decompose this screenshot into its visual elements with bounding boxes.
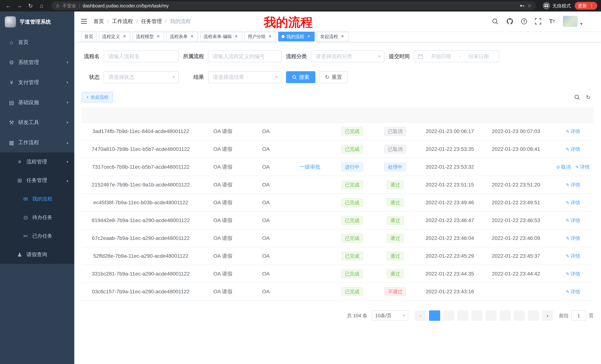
current-task-link[interactable]: 一级审批 [300, 164, 320, 170]
tab[interactable]: 首页 [81, 32, 97, 41]
help-icon[interactable]: ? [521, 18, 527, 24]
detail-action-link[interactable]: ✎详情 [566, 182, 580, 188]
infrastructure-icon: ▤ [7, 99, 16, 106]
browser-update-button[interactable]: 更新 ⋮ [575, 2, 597, 10]
tab[interactable]: 流程定义 × [99, 32, 130, 41]
detail-action-link[interactable]: ✎详情 [566, 200, 580, 205]
tab-label: 流程表单 [170, 34, 188, 39]
font-size-icon[interactable]: TT [549, 18, 555, 24]
url-text[interactable]: dashboard.yudao.iocoder.cn/bpm/task/my [83, 3, 169, 9]
tab[interactable]: 发起流程 × [317, 32, 348, 41]
close-icon[interactable]: × [267, 34, 273, 39]
page-button[interactable] [471, 310, 482, 321]
breadcrumb-item[interactable]: 任务管理 [141, 18, 162, 25]
process-name-input[interactable] [104, 50, 179, 62]
status-select[interactable]: 请选择状态 ▾ [104, 71, 179, 83]
detail-action-link[interactable]: ✎详情 [575, 164, 590, 170]
address-bar[interactable]: ⚠ 不安全 | dashboard.yudao.iocoder.cn/bpm/t… [51, 1, 536, 10]
tab[interactable]: 流程表单 × [166, 32, 198, 41]
bookmark-star-icon[interactable]: ☆ [527, 3, 531, 9]
detail-action-link[interactable]: ✎详情 [566, 235, 580, 241]
cell-result: 通过 [370, 211, 420, 229]
page-button[interactable] [528, 310, 539, 321]
kebab-menu-icon[interactable]: ⋮ [589, 3, 594, 9]
cell-id: 67c2eaab-7b9a-11ec-a290-acde48001122 [82, 229, 200, 247]
parent-process-input[interactable] [208, 50, 281, 62]
hamburger-icon[interactable] [80, 18, 88, 25]
tab[interactable]: 我的流程 × [278, 32, 315, 41]
search-button[interactable]: 搜索 [286, 71, 315, 83]
pagination: 共 104 条 10条/页 ▾ ‹ › 前往 页 [82, 310, 594, 321]
detail-action-link[interactable]: ✎详情 [566, 146, 580, 152]
page-button[interactable] [429, 310, 440, 321]
prev-page-button[interactable]: ‹ [415, 310, 426, 321]
tab[interactable]: 用户分组 × [244, 32, 276, 41]
page-button[interactable] [485, 310, 497, 321]
calendar-icon [418, 54, 423, 59]
chevron-down-icon: ▾ [67, 160, 68, 164]
column-header [286, 108, 334, 123]
cell-status: 已完成 [334, 211, 370, 229]
breadcrumb-item[interactable]: 首页 [94, 18, 104, 25]
close-icon[interactable]: × [340, 34, 345, 39]
sidebar-menu-item[interactable]: ✂ 已办任务 [0, 227, 74, 245]
page-size-select[interactable]: 10条/页 ▾ [372, 310, 408, 321]
key-icon[interactable] [520, 3, 525, 8]
tab[interactable]: 流程表单-编辑 × [200, 32, 242, 41]
sidebar-menu-item[interactable]: ▤ 基础设施 ▾ [0, 92, 74, 112]
detail-action-link[interactable]: ✎详情 [566, 218, 580, 223]
security-label[interactable]: 不安全 [62, 3, 76, 9]
detail-action-link[interactable]: ✎详情 [566, 129, 580, 134]
sidebar-menu-item[interactable]: ⊙ 待办任务 [0, 208, 74, 227]
sidebar-menu-item[interactable]: ⚒ 研发工具 ▾ [0, 112, 74, 133]
tab[interactable]: 流程模型 × [133, 32, 164, 41]
cell-id: 52ffd28e-7b9a-11ec-a290-acde48001122 [82, 247, 200, 265]
detail-action-link[interactable]: ✎详情 [566, 289, 580, 294]
page-button[interactable] [500, 310, 511, 321]
browser-reload-button[interactable]: ↻ [26, 1, 35, 10]
cell-status: 进行中 [334, 158, 370, 176]
close-icon[interactable]: × [156, 34, 161, 39]
search-icon[interactable] [492, 18, 499, 25]
result-select[interactable]: 请选择流结果 ▾ [208, 71, 281, 83]
close-icon[interactable]: × [190, 34, 195, 39]
sidebar-menu-item[interactable]: ⊞ 任务管理 ▴ [0, 171, 74, 190]
reset-button[interactable]: ↻ 重置 [319, 71, 348, 83]
detail-action-link[interactable]: ✎详情 [566, 253, 580, 259]
breadcrumb-item[interactable]: 工作流程 [112, 18, 133, 25]
sidebar-menu-item[interactable]: ⌂ 首页 [0, 32, 74, 52]
cell-end-time [480, 158, 552, 176]
close-icon[interactable]: × [306, 34, 311, 39]
cancel-action-link[interactable]: ⊘取消 [556, 164, 571, 170]
browser-back-button[interactable]: ← [4, 1, 13, 10]
page-button[interactable] [443, 310, 454, 321]
goto-page-input[interactable] [571, 310, 586, 321]
browser-home-button[interactable]: ⌂ [37, 1, 46, 10]
right-toolbar: ↻ [574, 94, 594, 101]
category-select[interactable]: 请选择流程分类 ▾ [311, 50, 384, 62]
page-button[interactable] [457, 310, 468, 321]
logo[interactable]: 芋道管理系统 [0, 11, 74, 32]
more-pages-button[interactable] [514, 310, 525, 321]
cell-category: OA [246, 176, 286, 194]
refresh-icon[interactable]: ↻ [586, 94, 591, 101]
toggle-search-icon[interactable] [574, 94, 580, 100]
close-icon[interactable]: × [122, 34, 127, 39]
detail-action-link[interactable]: ✎详情 [566, 271, 580, 277]
cell-end-time: 2022-01-22 23:46:09 [480, 229, 552, 247]
sidebar-menu-item[interactable]: ⚙ 系统管理 ▾ [0, 52, 74, 72]
submit-time-range-picker[interactable]: 开始日期 - 结束日期 [414, 50, 499, 62]
sidebar-menu-item[interactable]: ¥ 支付管理 ▾ [0, 72, 74, 92]
close-icon[interactable]: × [234, 34, 239, 39]
sidebar-menu-item[interactable]: ≡ 流程管理 ▾ [0, 153, 74, 171]
sidebar-menu-item[interactable]: ♟ 请假查询 [0, 245, 74, 264]
sidebar-menu-item[interactable]: ▦ 工作流程 ▴ [0, 133, 74, 153]
sidebar-item-label: 已办任务 [32, 233, 52, 239]
sidebar-menu-item[interactable]: ✉ 我的流程 [0, 190, 74, 208]
github-icon[interactable] [506, 18, 513, 25]
user-avatar-menu[interactable]: ▼ [563, 16, 583, 27]
fullscreen-icon[interactable] [535, 18, 541, 25]
create-process-button[interactable]: + 发起流程 [82, 92, 113, 102]
next-page-button[interactable]: › [542, 310, 553, 321]
browser-forward-button[interactable]: → [15, 1, 24, 10]
